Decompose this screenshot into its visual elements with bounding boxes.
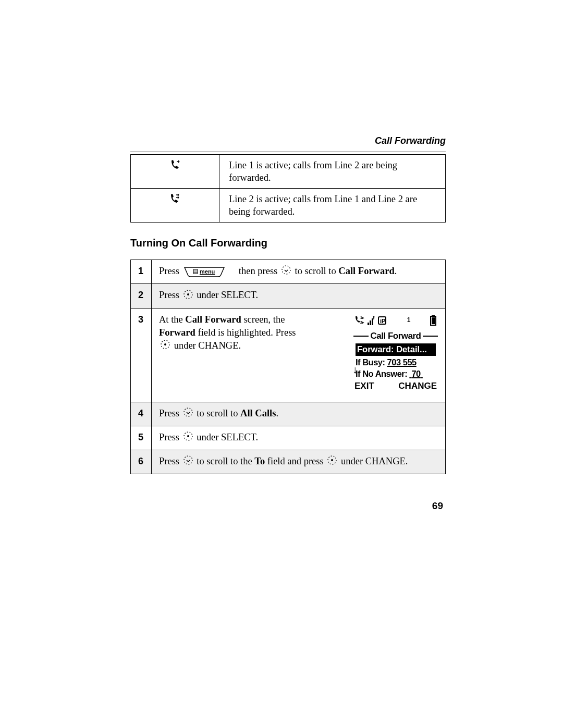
step-number: 6 — [131, 450, 152, 474]
nav-dot-icon — [183, 290, 193, 303]
step-instruction: Press to scroll to the To field and pres… — [152, 450, 446, 474]
phone-row: If Busy: 703 555 — [353, 356, 438, 368]
phone-highlighted-row: Forward: Detail... — [356, 343, 436, 356]
nav-dot-icon — [161, 340, 170, 353]
packet-icon: iP — [377, 315, 388, 329]
phone-title-row: Call Forward — [353, 330, 438, 342]
step-number: 1 — [131, 260, 152, 284]
svg-rect-8 — [368, 323, 369, 325]
status-1: 1 — [407, 316, 411, 324]
step-row: 2 Press under SELECT. — [131, 284, 446, 308]
value: 70 — [411, 369, 420, 378]
svg-rect-17 — [432, 317, 435, 324]
svg-text:iP: iP — [380, 318, 385, 324]
bold-text: All Calls — [240, 408, 276, 418]
text: Press — [159, 290, 179, 300]
softkey-right: CHANGE — [398, 380, 437, 392]
step-instruction: Press to scroll to All Calls. — [152, 402, 446, 426]
step-row: 3 1▸ 2▸ — [131, 308, 446, 402]
nav-down-icon — [183, 455, 193, 468]
text: Press — [159, 266, 179, 276]
step-row: 1 Press menu then press — [131, 260, 446, 284]
running-header: Call Forwarding — [130, 135, 446, 146]
svg-rect-10 — [372, 318, 373, 325]
nav-dot-icon — [327, 455, 337, 468]
value: 703 555 — [387, 357, 417, 367]
text: under SELECT. — [197, 290, 258, 300]
lines-icon: 1▸ 2▸ — [354, 315, 366, 330]
battery-icon — [430, 315, 437, 330]
phone-status-bar: 1▸ 2▸ — [353, 314, 438, 331]
svg-point-3 — [282, 266, 290, 274]
step-number: 3 — [131, 308, 152, 402]
text: Press — [159, 408, 179, 418]
section-heading: Turning On Call Forwarding — [130, 237, 446, 249]
step-instruction: Press under SELECT. — [152, 426, 446, 450]
text: under CHANGE. — [174, 340, 241, 351]
softkey-left: EXIT — [354, 380, 374, 392]
svg-point-20 — [184, 408, 192, 416]
svg-point-19 — [164, 343, 166, 346]
status-icon-cell — [131, 155, 219, 189]
step-instruction: 1▸ 2▸ — [152, 308, 446, 402]
svg-point-5 — [187, 293, 189, 295]
text: under SELECT. — [197, 432, 258, 442]
text: field and press — [267, 456, 324, 466]
steps-table: 1 Press menu then press — [130, 260, 446, 474]
bold-text: Call Forward — [338, 266, 394, 276]
table-row: Line 1 is active; calls from Line 2 are … — [131, 155, 446, 189]
status-desc: Line 2 is active; calls from Line 1 and … — [219, 189, 446, 223]
nav-dot-icon — [183, 431, 193, 445]
status-icon-cell — [131, 189, 219, 223]
table-row: Line 2 is active; calls from Line 1 and … — [131, 189, 446, 223]
text: . — [276, 408, 278, 418]
text: Press — [159, 456, 179, 466]
bold-text: Forward — [159, 327, 195, 338]
label: If No Answer: — [356, 369, 407, 378]
svg-rect-9 — [370, 320, 371, 325]
text: At the — [159, 314, 183, 325]
text: to scroll to the — [197, 456, 252, 466]
signal-icon — [367, 315, 376, 329]
text: to scroll to — [295, 266, 336, 276]
bold-text: Call Forward — [185, 314, 241, 325]
phone-softkey-row: EXIT CHANGE — [353, 379, 438, 392]
text: screen, the — [243, 314, 285, 325]
nav-down-icon — [282, 265, 291, 278]
status-icon-table: Line 1 is active; calls from Line 2 are … — [130, 154, 446, 223]
svg-point-25 — [331, 459, 333, 461]
bold-text: To — [254, 456, 265, 466]
step-instruction: Press menu then press — [152, 260, 446, 284]
label: If Busy: — [356, 357, 385, 367]
phone-screen-mock: 1▸ 2▸ — [353, 314, 438, 397]
menu-key-icon: menu — [184, 267, 225, 277]
phone-title: Call Forward — [371, 330, 421, 342]
svg-text:1▸: 1▸ — [360, 316, 364, 319]
phone-forward-icon-2 — [169, 196, 181, 206]
phone-forward-icon-1 — [170, 162, 180, 172]
menu-key-label: menu — [200, 268, 215, 275]
step-number: 5 — [131, 426, 152, 450]
nav-down-icon — [183, 408, 193, 421]
step-row: 5 Press under SELECT. — [131, 426, 446, 450]
step-row: 4 Press to scroll to All Calls. — [131, 402, 446, 426]
step-row: 6 Press to scroll to the To field and pr… — [131, 450, 446, 474]
text: then press — [239, 266, 278, 276]
status-desc: Line 1 is active; calls from Line 2 are … — [219, 155, 446, 189]
svg-point-22 — [187, 435, 189, 437]
text: under CHANGE. — [341, 456, 408, 466]
svg-point-23 — [184, 456, 192, 464]
page-number: 69 — [432, 500, 443, 512]
step-number: 4 — [131, 402, 152, 426]
phone-row: If No Answer: 70 — [353, 368, 438, 379]
text: to scroll to — [197, 408, 238, 418]
svg-text:2▸: 2▸ — [360, 320, 364, 324]
text: field is highlighted. Press — [198, 327, 296, 338]
header-divider — [130, 152, 446, 152]
step-number: 2 — [131, 284, 152, 308]
text: Press — [159, 432, 179, 442]
step-instruction: Press under SELECT. — [152, 284, 446, 308]
manual-page: Call Forwarding Line 1 is active; calls … — [0, 0, 563, 728]
text: . — [395, 266, 397, 276]
